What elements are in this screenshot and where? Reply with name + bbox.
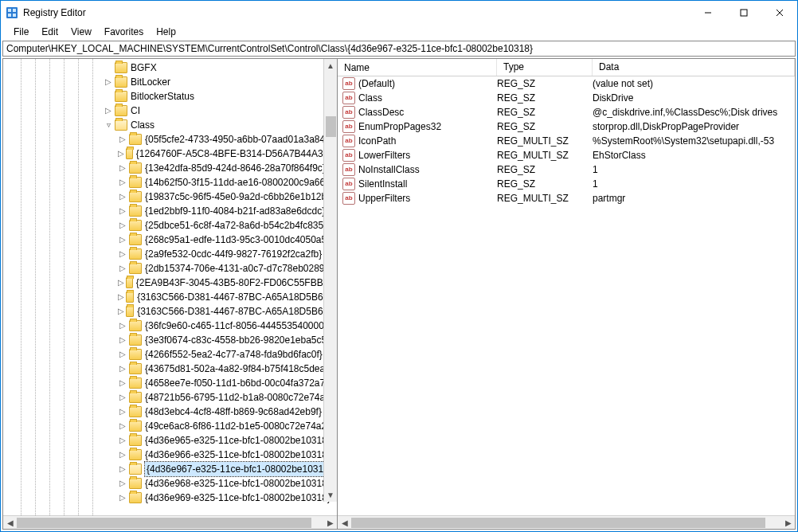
tree-item[interactable]: ▷{48d3ebc4-4cf8-48ff-b869-9c68ad42eb9f} (3, 405, 337, 419)
folder-icon (129, 263, 142, 274)
chevron-right-icon[interactable]: ▷ (118, 407, 127, 417)
scroll-right-icon[interactable]: ▶ (781, 516, 795, 529)
chevron-right-icon[interactable]: ▷ (118, 221, 127, 230)
chevron-right-icon[interactable]: ▷ (118, 178, 127, 187)
scroll-left-icon[interactable]: ◀ (338, 516, 351, 529)
chevron-right-icon[interactable]: ▷ (118, 335, 127, 345)
value-row[interactable]: ab(Default)REG_SZ(value not set) (338, 76, 795, 91)
chevron-right-icon[interactable]: ▷ (118, 278, 124, 288)
tree-item[interactable]: ▷{2a9fe532-0cdc-44f9-9827-76192f2ca2fb} (3, 247, 337, 261)
tree-item[interactable]: ▷{3e3f0674-c83c-4558-bb26-9820e1eba5c5} (3, 333, 337, 347)
tree-item[interactable]: ▷{43675d81-502a-4a82-9f84-b75f418c5dea} (3, 362, 337, 376)
chevron-right-icon[interactable]: ▷ (118, 307, 124, 316)
tree-item[interactable]: ▷{3163C566-D381-4467-87BC-A65A18D5B649} (3, 304, 337, 319)
folder-icon (129, 320, 142, 331)
chevron-right-icon[interactable]: ▷ (118, 149, 124, 158)
chevron-right-icon[interactable]: ▷ (118, 321, 127, 331)
tree-item[interactable]: ▷{2EA9B43F-3045-43B5-80F2-FD06C55FBB90} (3, 276, 337, 290)
menu-favorites[interactable]: Favorites (98, 25, 150, 39)
chevron-right-icon[interactable]: ▷ (118, 464, 127, 474)
value-data: %SystemRoot%\System32\setupapi.dll,-53 (593, 134, 795, 148)
value-row[interactable]: abLowerFiltersREG_MULTI_SZEhStorClass (338, 148, 795, 162)
chevron-right-icon[interactable]: ▷ (118, 479, 127, 488)
maximize-button[interactable] (726, 1, 761, 25)
column-name[interactable]: Name (338, 59, 497, 76)
tree-item[interactable]: ▷{2db15374-706e-4131-a0c7-d7c78eb0289a} (3, 261, 337, 276)
tree-item[interactable]: ▿Class (3, 118, 337, 132)
tree-item[interactable]: ▷{4d36e968-e325-11ce-bfc1-08002be10318} (3, 476, 337, 491)
tree-item[interactable]: ▷{4d36e969-e325-11ce-bfc1-08002be10318} (3, 491, 337, 505)
chevron-right-icon[interactable]: ▷ (118, 249, 127, 259)
tree-item[interactable]: ▷CI (3, 104, 337, 118)
tree-item[interactable]: ▷BitLocker (3, 75, 337, 89)
close-button[interactable] (761, 1, 797, 25)
value-row[interactable]: abClassDescREG_SZ@c_diskdrive.inf,%Class… (338, 105, 795, 119)
value-row[interactable]: abEnumPropPages32REG_SZstorprop.dll,Disk… (338, 119, 795, 134)
tree-item[interactable]: ▷{1ed2bbf9-11f0-4084-b21f-ad83a8e6dcdc} (3, 204, 337, 218)
tree-item[interactable]: ▷{3163C566-D381-4467-87BC-A65A18D5B648} (3, 290, 337, 304)
tree-item[interactable]: BGFX (3, 61, 337, 75)
column-type[interactable]: Type (497, 59, 593, 76)
chevron-right-icon[interactable]: ▷ (118, 206, 127, 216)
scroll-left-icon[interactable]: ◀ (3, 516, 17, 529)
chevron-right-icon[interactable]: ▷ (118, 235, 127, 244)
tree-item[interactable]: ▷{25dbce51-6c8f-4a72-8a6d-b54c2b4fc835} (3, 218, 337, 233)
tree-item[interactable]: ▷{36fc9e60-c465-11cf-8056-444553540000} (3, 319, 337, 333)
tree-item[interactable]: ▷{268c95a1-edfe-11d3-95c3-0010dc4050a5} (3, 233, 337, 247)
titlebar[interactable]: Registry Editor (1, 1, 797, 25)
minimize-button[interactable] (690, 1, 726, 25)
tree-item-label: {05f5cfe2-4733-4950-a6bb-07aad01a3a84} (145, 132, 328, 147)
menu-file[interactable]: File (7, 25, 35, 39)
scroll-up-icon[interactable]: ▲ (324, 59, 337, 72)
tree-item[interactable]: ▷{1264760F-A5C8-4BFE-B314-D56A7B44A362} (3, 147, 337, 161)
chevron-right-icon[interactable]: ▷ (118, 378, 127, 388)
chevron-right-icon[interactable]: ▷ (118, 292, 124, 302)
value-row[interactable]: abIconPathREG_MULTI_SZ%SystemRoot%\Syste… (338, 134, 795, 148)
chevron-right-icon[interactable]: ▷ (118, 493, 127, 503)
column-data[interactable]: Data (593, 59, 795, 76)
scroll-right-icon[interactable]: ▶ (323, 516, 337, 529)
chevron-right-icon[interactable]: ▷ (104, 106, 113, 115)
folder-icon (129, 134, 142, 145)
folder-icon (126, 291, 134, 303)
scroll-down-icon[interactable]: ▼ (324, 488, 337, 502)
tree-item[interactable]: ▷{14b62f50-3f15-11dd-ae16-0800200c9a66} (3, 175, 337, 190)
tree-item[interactable]: ▷{4d36e967-e325-11ce-bfc1-08002be10318} (3, 462, 337, 476)
chevron-right-icon[interactable]: ▷ (118, 436, 127, 445)
chevron-right-icon[interactable]: ▷ (104, 77, 113, 87)
tree-item[interactable]: ▷{05f5cfe2-4733-4950-a6bb-07aad01a3a84} (3, 132, 337, 147)
value-row[interactable]: abSilentInstallREG_SZ1 (338, 177, 795, 191)
value-row[interactable]: abUpperFiltersREG_MULTI_SZpartmgr (338, 191, 795, 205)
tree-item[interactable]: ▷{48721b56-6795-11d2-b1a8-0080c72e74a2} (3, 390, 337, 405)
chevron-right-icon[interactable]: ▷ (118, 364, 127, 374)
tree-horizontal-scrollbar[interactable]: ◀ ▶ (3, 515, 337, 529)
address-bar[interactable]: Computer\HKEY_LOCAL_MACHINE\SYSTEM\Curre… (2, 41, 796, 57)
chevron-down-icon[interactable]: ▿ (104, 120, 113, 130)
tree-item[interactable]: BitlockerStatus (3, 89, 337, 104)
folder-icon (129, 363, 142, 374)
menu-view[interactable]: View (65, 25, 98, 39)
chevron-right-icon[interactable]: ▷ (118, 192, 127, 201)
menu-edit[interactable]: Edit (35, 25, 65, 39)
tree-vertical-scrollbar[interactable]: ▲ ▼ (323, 59, 337, 502)
chevron-right-icon[interactable]: ▷ (118, 163, 127, 173)
chevron-right-icon[interactable]: ▷ (118, 421, 127, 431)
chevron-right-icon[interactable]: ▷ (118, 135, 127, 144)
tree-item-label: BitlockerStatus (131, 89, 194, 104)
chevron-right-icon[interactable]: ▷ (118, 393, 127, 402)
tree-item[interactable]: ▷{4d36e965-e325-11ce-bfc1-08002be10318} (3, 433, 337, 448)
chevron-right-icon[interactable]: ▷ (118, 450, 127, 460)
tree-item-label: {43675d81-502a-4a82-9f84-b75f418c5dea} (145, 362, 328, 376)
list-horizontal-scrollbar[interactable]: ◀ ▶ (338, 515, 795, 529)
tree-item[interactable]: ▷{4266f552-5ea2-4c77-a748-fda9bd6fac0f} (3, 347, 337, 362)
menu-help[interactable]: Help (150, 25, 182, 39)
chevron-right-icon[interactable]: ▷ (118, 350, 127, 359)
tree-item[interactable]: ▷{4d36e966-e325-11ce-bfc1-08002be10318} (3, 448, 337, 462)
tree-item[interactable]: ▷{19837c5c-96f5-45e0-9a2d-c6bb26e1b12b} (3, 190, 337, 204)
value-row[interactable]: abNoInstallClassREG_SZ1 (338, 162, 795, 177)
value-row[interactable]: abClassREG_SZDiskDrive (338, 91, 795, 105)
tree-item[interactable]: ▷{4658ee7e-f050-11d1-b6bd-00c04fa372a7} (3, 376, 337, 390)
tree-item[interactable]: ▷{13e42dfa-85d9-424d-8646-28a70f864f9c} (3, 161, 337, 175)
tree-item[interactable]: ▷{49ce6ac8-6f86-11d2-b1e5-0080c72e74a2} (3, 419, 337, 433)
chevron-right-icon[interactable]: ▷ (118, 264, 127, 273)
